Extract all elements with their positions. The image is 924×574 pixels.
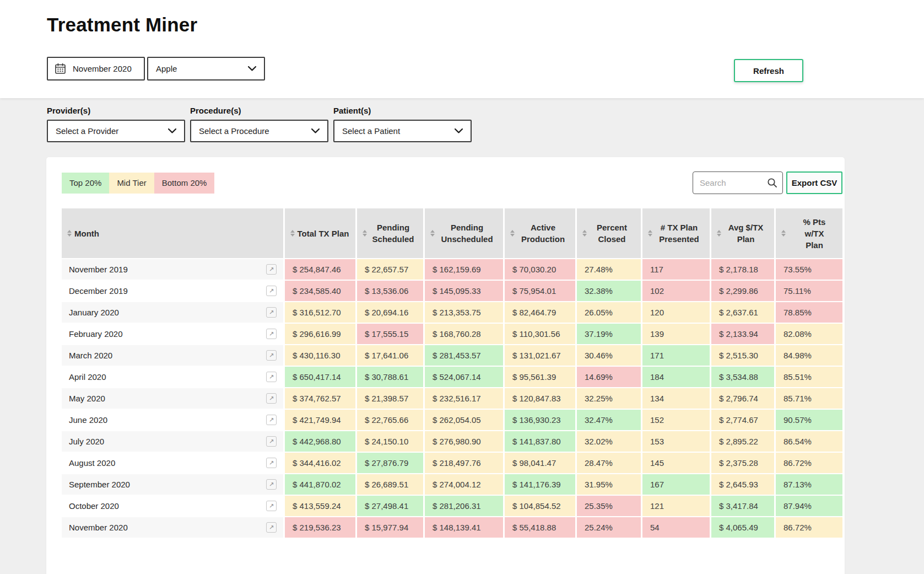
table-row: June 2020↗$ 421,749.94$ 22,765.66$ 262,0… [62, 410, 842, 430]
cell-pending-unscheduled: $ 213,353.75 [425, 302, 505, 323]
cell-pending-scheduled: $ 21,398.57 [357, 388, 425, 409]
column-label: Avg $/TX Plan [722, 222, 774, 245]
legend-chip-bottom: Bottom 20% [154, 173, 215, 194]
cell-avg-tx-plan: $ 2,637.61 [711, 302, 776, 323]
month-label: February 2020 [69, 329, 123, 339]
cell-percent-closed: 30.46% [577, 345, 642, 366]
cell-avg-tx-plan: $ 2,774.67 [711, 410, 776, 430]
external-link-icon[interactable]: ↗ [266, 522, 277, 533]
external-link-icon[interactable]: ↗ [266, 415, 277, 425]
cell-pts-w-tx-plan: 84.98% [776, 345, 842, 366]
column-header-pts-w-tx-plan[interactable]: % Pts w/TX Plan [776, 208, 842, 258]
date-picker[interactable]: November 2020 [47, 57, 145, 81]
column-header-month[interactable]: Month [62, 208, 285, 258]
calendar-icon [55, 63, 66, 74]
cell-pending-scheduled: $ 24,150.10 [357, 431, 425, 452]
external-link-icon[interactable]: ↗ [266, 329, 277, 339]
cell-active-production: $ 141,837.80 [505, 431, 577, 452]
provider-filter-label: Provider(s) [47, 106, 185, 115]
external-link-icon[interactable]: ↗ [266, 479, 277, 490]
column-header-active-production[interactable]: Active Production [505, 208, 577, 258]
cell-total-tx-plan: $ 430,116.30 [285, 345, 357, 366]
provider-select-value: Select a Provider [56, 126, 118, 136]
chevron-down-icon [455, 128, 463, 133]
column-header-pending-scheduled[interactable]: Pending Scheduled [357, 208, 425, 258]
cell-pending-unscheduled: $ 162,159.69 [425, 259, 505, 280]
month-label: November 2020 [69, 523, 128, 532]
cell-total-tx-plan: $ 441,870.02 [285, 474, 357, 495]
cell-pts-w-tx-plan: 87.94% [776, 496, 842, 516]
cell-pending-scheduled: $ 30,788.61 [357, 367, 425, 387]
cell-pts-w-tx-plan: 75.11% [776, 281, 842, 301]
cell-pending-scheduled: $ 15,977.94 [357, 517, 425, 538]
column-header-percent-closed[interactable]: Percent Closed [577, 208, 642, 258]
legend: Top 20%Mid TierBottom 20% [62, 173, 214, 194]
external-link-icon[interactable]: ↗ [266, 436, 277, 447]
month-cell: May 2020↗ [62, 388, 285, 409]
cell-avg-tx-plan: $ 4,065.49 [711, 517, 776, 538]
external-link-icon[interactable]: ↗ [266, 264, 277, 275]
month-label: January 2020 [69, 308, 119, 317]
table-row: April 2020↗$ 650,417.14$ 30,788.61$ 524,… [62, 367, 842, 387]
month-label: October 2020 [69, 501, 119, 511]
procedure-select[interactable]: Select a Procedure [190, 120, 328, 142]
column-label: Total TX Plan [295, 228, 355, 239]
month-label: December 2019 [69, 286, 128, 296]
sort-icon [67, 230, 72, 237]
provider-select[interactable]: Select a Provider [47, 120, 185, 142]
sort-icon [716, 230, 722, 237]
cell-tx-plan-presented: 145 [642, 453, 711, 473]
clinic-value: Apple [156, 64, 177, 73]
cell-active-production: $ 98,041.47 [505, 453, 577, 473]
cell-tx-plan-presented: 120 [642, 302, 711, 323]
external-link-icon[interactable]: ↗ [266, 393, 277, 404]
cell-pts-w-tx-plan: 86.72% [776, 453, 842, 473]
table-body: November 2019↗$ 254,847.46$ 22,657.57$ 1… [62, 259, 842, 538]
month-label: September 2020 [69, 480, 130, 489]
external-link-icon[interactable]: ↗ [266, 372, 277, 382]
clinic-select[interactable]: Apple [147, 57, 265, 81]
column-header-pending-unscheduled[interactable]: Pending Unscheduled [425, 208, 505, 258]
table-row: February 2020↗$ 296,616.99$ 17,555.15$ 1… [62, 324, 842, 344]
date-value: November 2020 [73, 64, 132, 73]
column-header-tx-plan-presented[interactable]: # TX Plan Presented [642, 208, 711, 258]
patient-select[interactable]: Select a Patient [333, 120, 472, 142]
cell-percent-closed: 25.35% [577, 496, 642, 516]
month-cell: March 2020↗ [62, 345, 285, 366]
cell-percent-closed: 14.69% [577, 367, 642, 387]
month-cell: June 2020↗ [62, 410, 285, 430]
refresh-button[interactable]: Refresh [734, 59, 803, 82]
cell-pending-unscheduled: $ 274,004.12 [425, 474, 505, 495]
export-csv-button[interactable]: Export CSV [786, 171, 842, 194]
external-link-icon[interactable]: ↗ [266, 458, 277, 468]
cell-percent-closed: 32.38% [577, 281, 642, 301]
cell-percent-closed: 28.47% [577, 453, 642, 473]
cell-active-production: $ 104,854.52 [505, 496, 577, 516]
column-label: Percent Closed [587, 222, 641, 245]
external-link-icon[interactable]: ↗ [266, 286, 277, 296]
chevron-down-icon [168, 128, 176, 133]
cell-pts-w-tx-plan: 90.57% [776, 410, 842, 430]
column-label: % Pts w/TX Plan [797, 216, 831, 251]
month-label: April 2020 [69, 372, 106, 382]
cell-avg-tx-plan: $ 2,645.93 [711, 474, 776, 495]
external-link-icon[interactable]: ↗ [266, 501, 277, 511]
cell-pts-w-tx-plan: 85.51% [776, 367, 842, 387]
sort-icon [510, 230, 515, 237]
table-card: Top 20%Mid TierBottom 20% Export CSV Mon… [46, 157, 845, 574]
column-label: Month [72, 228, 283, 239]
table-row: May 2020↗$ 374,762.57$ 21,398.57$ 232,51… [62, 388, 842, 409]
cell-total-tx-plan: $ 374,762.57 [285, 388, 357, 409]
column-header-avg-tx-plan[interactable]: Avg $/TX Plan [711, 208, 776, 258]
column-header-total-tx-plan[interactable]: Total TX Plan [285, 208, 357, 258]
search-icon [767, 178, 777, 188]
column-label: Pending Scheduled [368, 222, 423, 245]
external-link-icon[interactable]: ↗ [266, 307, 277, 318]
month-cell: January 2020↗ [62, 302, 285, 323]
external-link-icon[interactable]: ↗ [266, 350, 277, 361]
cell-pending-scheduled: $ 22,657.57 [357, 259, 425, 280]
cell-avg-tx-plan: $ 3,534.88 [711, 367, 776, 387]
sort-icon [647, 230, 653, 237]
month-cell: August 2020↗ [62, 453, 285, 473]
cell-avg-tx-plan: $ 2,796.74 [711, 388, 776, 409]
